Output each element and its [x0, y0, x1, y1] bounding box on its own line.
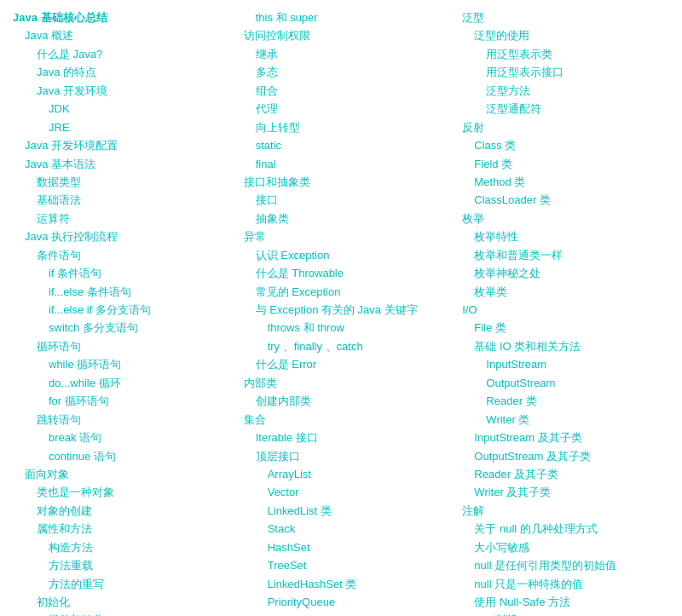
list-item[interactable]: Method 类	[450, 173, 661, 191]
list-item[interactable]: 用泛型表示类	[450, 45, 661, 63]
list-item[interactable]: 抽象类	[232, 210, 442, 227]
list-item[interactable]: static	[232, 136, 442, 154]
list-item[interactable]: PriorityQueue	[232, 593, 442, 611]
list-item[interactable]: 泛型通配符	[450, 100, 661, 118]
list-item[interactable]: 反射	[450, 118, 661, 136]
list-item[interactable]: 条件语句	[13, 246, 223, 264]
list-item[interactable]: while 循环语句	[13, 355, 223, 373]
list-item[interactable]: if 条件语句	[13, 264, 223, 282]
list-item[interactable]: 属性和方法	[13, 520, 223, 538]
list-item[interactable]: Iterable 接口	[232, 429, 442, 446]
list-item[interactable]: 接口和抽象类	[232, 173, 442, 191]
list-item[interactable]: 集合	[232, 411, 442, 429]
list-item[interactable]: 枚举特性	[450, 227, 661, 245]
list-item[interactable]: 枚举	[450, 210, 661, 227]
list-item[interactable]: 枚举和普通类一样	[450, 246, 661, 264]
list-item[interactable]: File 类	[450, 319, 661, 337]
list-item[interactable]: 初始化	[13, 593, 223, 611]
list-item[interactable]: 大小写敏感	[450, 538, 661, 556]
list-item[interactable]: 注解	[450, 502, 661, 520]
list-item[interactable]: Java 执行控制流程	[13, 227, 223, 245]
list-item[interactable]: 访问控制权限	[232, 26, 442, 44]
list-item[interactable]: HashMap	[232, 611, 442, 616]
list-item[interactable]: I/O	[450, 301, 661, 319]
list-item[interactable]: 什么是 Java?	[13, 45, 223, 63]
list-item[interactable]: 继承	[232, 45, 442, 63]
list-item[interactable]: 类的初始化	[13, 611, 223, 616]
list-item[interactable]: 泛型	[450, 9, 661, 26]
list-item[interactable]: 什么是 Error	[232, 355, 442, 373]
list-item[interactable]: 面向对象	[13, 465, 223, 483]
list-item[interactable]: for 循环语句	[13, 392, 223, 410]
list-item[interactable]: Reader 及其子类	[450, 465, 661, 483]
list-item[interactable]: 用泛型表示接口	[450, 63, 661, 81]
list-item[interactable]: Writer 及其子类	[450, 483, 661, 501]
list-item[interactable]: Java 的特点	[13, 63, 223, 81]
list-item[interactable]: LinkedList 类	[232, 502, 442, 520]
list-item[interactable]: continue 语句	[13, 447, 223, 465]
list-item[interactable]: Java 基础核心总结	[13, 9, 223, 26]
list-item[interactable]: if...else if 多分支语句	[13, 301, 223, 319]
list-item[interactable]: Field 类	[450, 155, 661, 173]
list-item[interactable]: 基础语法	[13, 191, 223, 209]
list-item[interactable]: if...else 条件语句	[13, 283, 223, 301]
list-item[interactable]: 泛型方法	[450, 82, 661, 100]
list-item[interactable]: ArrayList	[232, 465, 442, 483]
list-item[interactable]: 顶层接口	[232, 447, 442, 465]
list-item[interactable]: 类也是一种对象	[13, 483, 223, 501]
list-item[interactable]: 枚举类	[450, 283, 661, 301]
list-item[interactable]: 常见的 Exception	[232, 283, 442, 301]
list-item[interactable]: 认识 Exception	[232, 246, 442, 264]
list-item[interactable]: TreeSet	[232, 556, 442, 574]
list-item[interactable]: 使用 Null-Safe 方法	[450, 593, 661, 611]
list-item[interactable]: Class 类	[450, 136, 661, 154]
list-item[interactable]: do...while 循环	[13, 374, 223, 392]
list-item[interactable]: Reader 类	[450, 392, 661, 410]
list-item[interactable]: null 只是一种特殊的值	[450, 575, 661, 593]
list-item[interactable]: 构造方法	[13, 538, 223, 556]
list-item[interactable]: 对象的创建	[13, 502, 223, 520]
list-item[interactable]: 接口	[232, 191, 442, 209]
list-item[interactable]: 泛型的使用	[450, 26, 661, 44]
list-item[interactable]: JDK	[13, 100, 223, 118]
list-item[interactable]: 代理	[232, 100, 442, 118]
list-item[interactable]: null 是任何引用类型的初始值	[450, 556, 661, 574]
list-item[interactable]: break 语句	[13, 429, 223, 446]
list-item[interactable]: Java 开发环境配置	[13, 136, 223, 154]
list-item[interactable]: 组合	[232, 82, 442, 100]
list-item[interactable]: 什么是 Throwable	[232, 264, 442, 282]
list-item[interactable]: switch 多分支语句	[13, 319, 223, 337]
list-item[interactable]: Writer 类	[450, 411, 661, 429]
list-item[interactable]: InputStream 及其子类	[450, 429, 661, 446]
list-item[interactable]: HashSet	[232, 538, 442, 556]
list-item[interactable]: 运算符	[13, 210, 223, 227]
list-item[interactable]: Java 开发环境	[13, 82, 223, 100]
list-item[interactable]: OutputStream 及其子类	[450, 447, 661, 465]
list-item[interactable]: throws 和 throw	[232, 319, 442, 337]
list-item[interactable]: 方法重载	[13, 556, 223, 574]
list-item[interactable]: 循环语句	[13, 337, 223, 355]
list-item[interactable]: 多态	[232, 63, 442, 81]
list-item[interactable]: InputStream	[450, 355, 661, 373]
list-item[interactable]: 方法的重写	[13, 575, 223, 593]
list-item[interactable]: ClassLoader 类	[450, 191, 661, 209]
list-item[interactable]: this 和 super	[232, 9, 442, 26]
list-item[interactable]: Vector	[232, 483, 442, 501]
list-item[interactable]: null 判断	[450, 611, 661, 616]
list-item[interactable]: 数据类型	[13, 173, 223, 191]
list-item[interactable]: OutputStream	[450, 374, 661, 392]
list-item[interactable]: 与 Exception 有关的 Java 关键字	[232, 301, 442, 319]
list-item[interactable]: Stack	[232, 520, 442, 538]
list-item[interactable]: 枚举神秘之处	[450, 264, 661, 282]
list-item[interactable]: Java 概述	[13, 26, 223, 44]
list-item[interactable]: LinkedHashSet 类	[232, 575, 442, 593]
list-item[interactable]: try 、finally 、catch	[232, 337, 442, 355]
list-item[interactable]: JRE	[13, 118, 223, 136]
list-item[interactable]: 异常	[232, 227, 442, 245]
list-item[interactable]: final	[232, 155, 442, 173]
list-item[interactable]: 向上转型	[232, 118, 442, 136]
list-item[interactable]: 内部类	[232, 374, 442, 392]
list-item[interactable]: 创建内部类	[232, 392, 442, 410]
list-item[interactable]: 跳转语句	[13, 411, 223, 429]
list-item[interactable]: Java 基本语法	[13, 155, 223, 173]
